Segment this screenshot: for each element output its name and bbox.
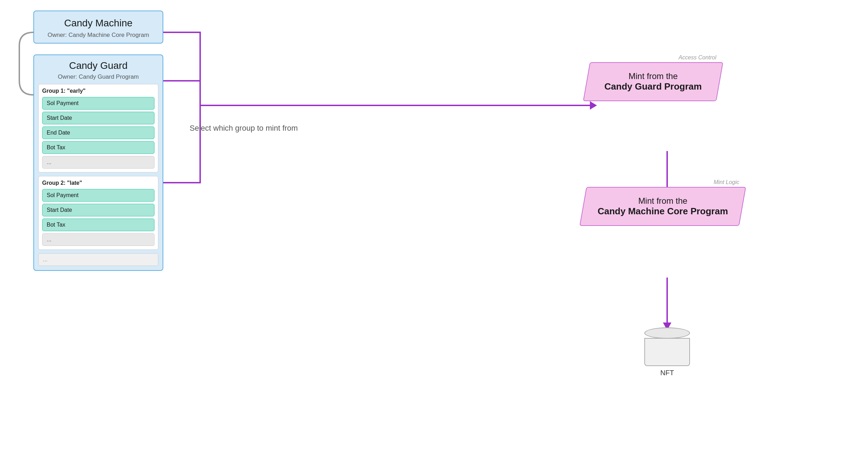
cylinder-top: [644, 327, 690, 339]
group2-extra: ...: [42, 233, 154, 246]
candy-machine-core-line1: Mint from the: [598, 196, 728, 206]
cylinder-body: [644, 338, 690, 366]
group2-label: Group 2: "late": [42, 180, 154, 186]
candy-guard-owner: Owner: Candy Guard Program: [38, 73, 158, 80]
group2-item-bot-tax: Bot Tax: [42, 219, 154, 231]
group1-item-bot-tax: Bot Tax: [42, 141, 154, 154]
candy-machine-core-inner: Mint from the Candy Machine Core Program: [598, 196, 728, 217]
candy-machine-core-line2: Candy Machine Core Program: [598, 206, 728, 217]
mint-logic-label: Mint Logic: [583, 179, 743, 185]
nft-label: NFT: [644, 369, 690, 377]
group1-label: Group 1: "early": [42, 88, 154, 94]
groups-extra: ...: [38, 253, 158, 266]
group1-item-sol-payment: Sol Payment: [42, 97, 154, 110]
diagram-container: Candy Machine Owner: Candy Machine Core …: [0, 0, 868, 456]
group1-container: Group 1: "early" Sol Payment Start Date …: [38, 84, 158, 172]
group2-container: Group 2: "late" Sol Payment Start Date B…: [38, 176, 158, 250]
svg-marker-1: [590, 101, 597, 110]
candy-guard-title: Candy Guard: [38, 60, 158, 71]
candy-guard-outer-box: Candy Guard Owner: Candy Guard Program G…: [33, 54, 163, 271]
candy-machine-core-wrapper: Mint Logic Mint from the Candy Machine C…: [583, 179, 743, 226]
group2-item-sol-payment: Sol Payment: [42, 189, 154, 202]
access-control-label: Access Control: [586, 54, 720, 61]
group1-item-end-date: End Date: [42, 126, 154, 139]
candy-machine-box: Candy Machine Owner: Candy Machine Core …: [33, 11, 163, 44]
candy-machine-title: Candy Machine: [38, 18, 158, 29]
group1-extra: ...: [42, 156, 154, 169]
group2-item-start-date: Start Date: [42, 204, 154, 216]
candy-machine-core-box: Mint from the Candy Machine Core Program: [579, 187, 746, 226]
group1-item-start-date: Start Date: [42, 112, 154, 124]
nft-cylinder: NFT: [644, 327, 690, 377]
candy-guard-program-inner: Mint from the Candy Guard Program: [601, 71, 705, 92]
candy-machine-owner: Owner: Candy Machine Core Program: [38, 32, 158, 39]
candy-guard-line1: Mint from the: [601, 71, 705, 81]
candy-guard-program-wrapper: Access Control Mint from the Candy Guard…: [586, 54, 720, 101]
candy-guard-line2: Candy Guard Program: [601, 81, 705, 92]
candy-guard-program-box: Mint from the Candy Guard Program: [583, 62, 723, 101]
select-group-text: Select which group to mint from: [190, 123, 298, 134]
